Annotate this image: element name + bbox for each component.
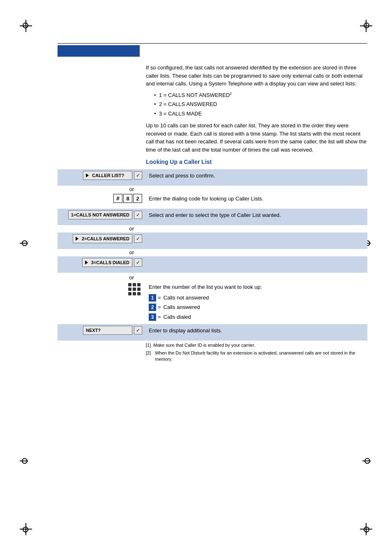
footnotes-section: [1] Make sure that Caller ID is enabled … — [146, 342, 367, 362]
or-separator-3: or — [58, 249, 145, 256]
not-answered-row: 1=CALLS NOT ANSWERED ✓ Select and enter … — [58, 210, 367, 222]
footnote-1: [1] Make sure that Caller ID is enabled … — [146, 342, 367, 348]
dial-code-row: # 8 2 Enter the dialing code for looking… — [58, 194, 367, 205]
calls-dialed-row: 3=CALLS DIALED ✓ — [58, 258, 367, 269]
next-check[interactable]: ✓ — [134, 326, 142, 334]
not-answered-check[interactable]: ✓ — [134, 211, 142, 219]
top-rule — [58, 43, 367, 44]
calls-dialed-check[interactable]: ✓ — [134, 258, 142, 267]
dial-key-8: 8 — [123, 194, 132, 203]
blue-header — [58, 45, 140, 57]
side-mark-left-top — [20, 238, 30, 248]
caller-list-display: CALLER LIST? — [83, 171, 132, 180]
side-mark-left-bottom — [20, 456, 30, 466]
caller-list-left: CALLER LIST? ✓ — [58, 171, 144, 180]
corner-mark-top-left — [20, 20, 36, 36]
num-box-1: 1 — [149, 294, 156, 302]
bullet-list: 1 = CALLS NOT ANSWERED2 2 = CALLS ANSWER… — [154, 91, 367, 118]
or-separator-4: or — [58, 274, 145, 281]
bullet-item-1: 1 = CALLS NOT ANSWERED2 — [154, 91, 367, 99]
next-row: NEXT? ✓ Enter to display additional list… — [58, 326, 367, 337]
keypad-text: Enter the number of the list you want to… — [144, 282, 367, 322]
calls-answered-row: 2=CALLS ANSWERED ✓ — [58, 234, 367, 246]
intro-section: If so configured, the last calls not ans… — [146, 64, 367, 154]
keypad-row: Enter the number of the list you want to… — [58, 282, 367, 322]
next-section: NEXT? ✓ Enter to display additional list… — [58, 324, 367, 341]
num-box-2: 2 — [149, 304, 156, 311]
not-answered-display: 1=CALLS NOT ANSWERED — [68, 210, 132, 219]
keypad-item-2: 2 = Calls answered — [149, 303, 367, 311]
caller-list-section: CALLER LIST? ✓ Select and press to confi… — [58, 169, 367, 186]
next-display: NEXT? — [83, 326, 132, 335]
bullet-item-2: 2 = CALLS ANSWERED — [154, 100, 367, 108]
caller-list-check[interactable]: ✓ — [134, 171, 142, 180]
calls-answered-text — [144, 234, 367, 235]
main-content: If so configured, the last calls not ans… — [58, 64, 367, 364]
side-mark-right-bottom — [362, 456, 372, 466]
keypad-icon — [128, 283, 141, 295]
calls-dialed-section: 3=CALLS DIALED ✓ — [58, 256, 367, 273]
next-left: NEXT? ✓ — [58, 326, 144, 335]
dial-code-section: # 8 2 Enter the dialing code for looking… — [58, 194, 367, 205]
num-box-3: 3 — [149, 313, 156, 321]
calls-answered-check[interactable]: ✓ — [134, 235, 142, 243]
not-answered-left: 1=CALLS NOT ANSWERED ✓ — [58, 210, 144, 219]
caller-list-text: Select and press to confirm. — [144, 171, 367, 180]
intro-para1: If so configured, the last calls not ans… — [146, 64, 367, 88]
calls-answered-section: 2=CALLS ANSWERED ✓ — [58, 233, 367, 249]
footnote-2: [2] When the Do Not Disturb facility for… — [146, 350, 367, 363]
not-answered-text: Select and enter to select the type of C… — [144, 210, 367, 219]
looking-up-heading: Looking Up a Caller List — [146, 159, 367, 165]
calls-answered-left: 2=CALLS ANSWERED ✓ — [58, 234, 144, 243]
or-separator-2: or — [58, 226, 145, 232]
arrow-icon-2 — [76, 237, 78, 241]
corner-mark-bottom-left — [20, 519, 36, 535]
not-answered-section: 1=CALLS NOT ANSWERED ✓ Select and enter … — [58, 209, 367, 225]
dial-key-2: 2 — [133, 194, 142, 203]
keypad-item-3: 3 = Calls dialed — [149, 313, 367, 321]
or-separator-1: or — [58, 186, 145, 192]
dial-code-text: Enter the dialing code for looking up Ca… — [144, 194, 367, 203]
corner-mark-bottom-right — [356, 519, 372, 535]
corner-mark-top-right — [356, 20, 372, 36]
dial-code-box: # 8 2 — [113, 194, 142, 203]
dial-code-left: # 8 2 — [58, 194, 144, 203]
calls-dialed-left: 3=CALLS DIALED ✓ — [58, 258, 144, 267]
calls-answered-display: 2=CALLS ANSWERED — [73, 234, 132, 243]
caller-list-row: CALLER LIST? ✓ Select and press to confi… — [58, 171, 367, 182]
calls-dialed-display: 3=CALLS DIALED — [82, 258, 132, 267]
intro-para2: Up to 10 calls can be stored for each ca… — [146, 122, 367, 154]
arrow-icon-3 — [85, 260, 88, 265]
next-text: Enter to display additional lists. — [144, 326, 367, 335]
bullet-item-3: 3 = CALLS MADE — [154, 110, 367, 118]
keypad-item-1: 1 = Calls not answered — [149, 294, 367, 302]
calls-dialed-text — [144, 258, 367, 259]
arrow-icon — [86, 173, 89, 177]
dial-key-hash: # — [113, 194, 122, 203]
keypad-left — [58, 282, 144, 295]
